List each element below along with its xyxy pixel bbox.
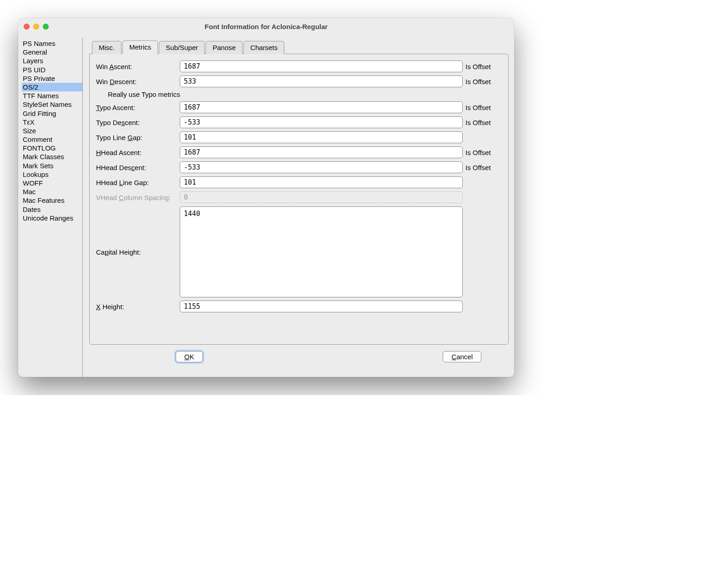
tab-misc[interactable]: Misc. — [92, 41, 121, 54]
sidebar-item-size[interactable]: Size — [22, 126, 82, 135]
traffic-lights — [24, 24, 49, 30]
hhead-descent-input[interactable] — [180, 161, 463, 173]
really-use-typo-row[interactable]: Really use Typo metrics — [108, 90, 502, 98]
sidebar-item-comment[interactable]: Comment — [22, 135, 82, 144]
tab-panose[interactable]: Panose — [206, 41, 243, 54]
sidebar-item-general[interactable]: General — [22, 48, 82, 56]
tab-metrics[interactable]: Metrics — [122, 40, 158, 54]
typo-ascent-input[interactable] — [180, 101, 463, 113]
typo-linegap-label: Typo Line Gap: — [96, 134, 177, 141]
sidebar: PS Names General Layers PS UID PS Privat… — [18, 37, 83, 377]
sidebar-item-mac-features[interactable]: Mac Features — [22, 196, 82, 205]
sidebar-item-ps-names[interactable]: PS Names — [22, 39, 82, 48]
vhead-col-input — [180, 191, 463, 203]
hhead-linegap-input[interactable] — [180, 176, 463, 188]
sidebar-item-lookups[interactable]: Lookups — [22, 170, 82, 179]
win-ascent-label: Win Ascent: — [96, 63, 177, 70]
typo-linegap-input[interactable] — [180, 131, 463, 143]
ok-button[interactable]: OK — [176, 351, 203, 362]
main-panel: Misc. Metrics Sub/Super Panose Charsets … — [83, 37, 514, 377]
window-title: Font Information for Aclonica-Regular — [18, 23, 514, 30]
win-descent-offset-label[interactable]: Is Offset — [465, 78, 502, 85]
zoom-icon[interactable] — [43, 24, 49, 30]
really-use-typo-label: Really use Typo metrics — [108, 90, 180, 98]
tab-bar: Misc. Metrics Sub/Super Panose Charsets — [92, 40, 509, 54]
tab-charsets[interactable]: Charsets — [243, 41, 284, 54]
sidebar-item-styleset-names[interactable]: StyleSet Names — [22, 100, 82, 109]
sidebar-item-mark-classes[interactable]: Mark Classes — [22, 152, 82, 161]
sidebar-item-fontlog[interactable]: FONTLOG — [22, 144, 82, 152]
cancel-button[interactable]: Cancel — [443, 351, 481, 362]
tab-subsuper[interactable]: Sub/Super — [159, 41, 205, 54]
typo-descent-offset-label[interactable]: Is Offset — [465, 119, 502, 126]
win-ascent-offset-label[interactable]: Is Offset — [465, 63, 502, 70]
typo-descent-label: Typo Descent: — [96, 119, 177, 126]
metrics-panel: Win Ascent: Is Offset Win Descent: Is Of… — [89, 54, 509, 345]
sidebar-item-woff[interactable]: WOFF — [22, 179, 82, 187]
hhead-linegap-label: HHead Line Gap: — [96, 179, 177, 186]
hhead-ascent-offset-label[interactable]: Is Offset — [465, 149, 502, 156]
win-descent-label: Win Descent: — [96, 78, 177, 85]
font-info-window: Font Information for Aclonica-Regular PS… — [18, 18, 514, 377]
hhead-ascent-label: HHead Ascent: — [96, 149, 177, 156]
typo-ascent-offset-label[interactable]: Is Offset — [465, 104, 502, 111]
titlebar: Font Information for Aclonica-Regular — [18, 18, 514, 35]
sidebar-item-layers[interactable]: Layers — [22, 56, 82, 65]
win-descent-input[interactable] — [180, 75, 463, 87]
hhead-descent-offset-label[interactable]: Is Offset — [465, 164, 502, 171]
hhead-ascent-input[interactable] — [180, 146, 463, 158]
hhead-descent-label: HHead Descent: — [96, 164, 177, 171]
sidebar-item-ps-private[interactable]: PS Private — [22, 74, 82, 83]
x-height-input[interactable] — [180, 301, 463, 312]
typo-descent-input[interactable] — [180, 116, 463, 128]
minimize-icon[interactable] — [33, 24, 39, 30]
close-icon[interactable] — [24, 24, 30, 30]
sidebar-item-tex[interactable]: TεX — [22, 118, 82, 126]
x-height-label: X Height: — [96, 303, 177, 311]
win-ascent-input[interactable] — [180, 60, 463, 72]
sidebar-item-ttf-names[interactable]: TTF Names — [22, 91, 82, 100]
cap-height-label: Capital Height: — [96, 248, 177, 256]
sidebar-item-os2[interactable]: OS/2 — [22, 83, 82, 91]
sidebar-item-ps-uid[interactable]: PS UID — [22, 65, 82, 74]
sidebar-item-mark-sets[interactable]: Mark Sets — [22, 161, 82, 170]
sidebar-item-dates[interactable]: Dates — [22, 205, 82, 214]
cap-height-input[interactable] — [180, 206, 463, 297]
sidebar-item-mac[interactable]: Mac — [22, 187, 82, 196]
sidebar-item-unicode-ranges[interactable]: Unicode Ranges — [22, 214, 82, 222]
typo-ascent-label: Typo Ascent: — [96, 104, 177, 111]
footer: OK Cancel — [89, 345, 509, 371]
vhead-col-label: VHead Column Spacing: — [96, 194, 182, 201]
sidebar-item-grid-fitting[interactable]: Grid Fitting — [22, 109, 82, 118]
